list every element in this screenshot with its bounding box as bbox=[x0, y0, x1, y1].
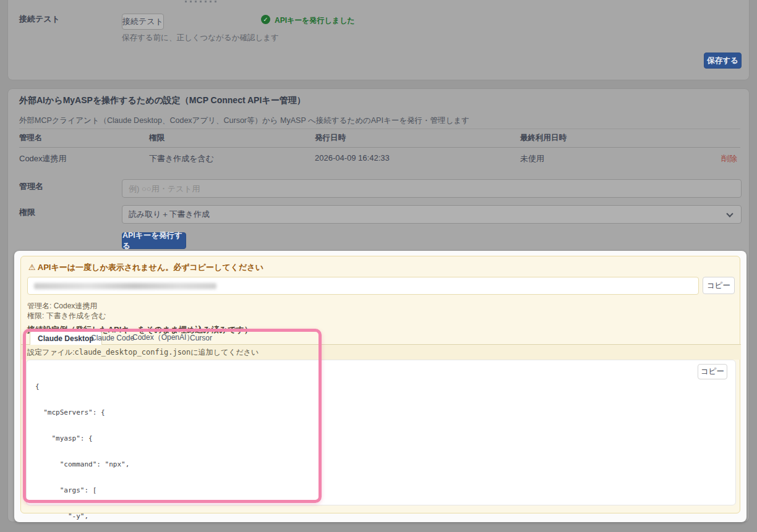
code-line: { bbox=[35, 382, 308, 391]
api-key-warning: ⚠ APIキーは一度しか表示されません。必ずコピーしてください bbox=[28, 262, 263, 273]
col-header-permission: 権限 bbox=[149, 133, 165, 143]
config-note-prefix: 設定ファイル: bbox=[27, 347, 74, 358]
spotlight-panel: ⚠ APIキーは一度しか表示されません。必ずコピーしてください コピー 管理名:… bbox=[14, 251, 746, 522]
api-key-field[interactable] bbox=[27, 277, 699, 295]
config-code: { "mcpServers": { "myasp": { "command": … bbox=[35, 365, 308, 532]
section-description: 外部MCPクライアント（Claude Desktop、Codexアプリ、Curs… bbox=[19, 116, 469, 126]
table-header-divider bbox=[19, 147, 740, 148]
row-last-used: 未使用 bbox=[520, 153, 544, 164]
connection-test-card: 接続テスト 接続テスト ✓ APIキーを発行しました 保存する前に、正しくつなが… bbox=[7, 0, 750, 80]
row-issued-at: 2026-04-09 16:42:33 bbox=[315, 153, 390, 163]
name-input[interactable] bbox=[122, 179, 742, 198]
col-header-name: 管理名 bbox=[19, 133, 43, 143]
issued-key-permission-line: 権限: 下書き作成を含む bbox=[27, 311, 106, 321]
api-key-notice-box: ⚠ APIキーは一度しか表示されません。必ずコピーしてください コピー 管理名:… bbox=[20, 256, 740, 513]
code-line: "-y", bbox=[35, 512, 308, 521]
code-line: "args": [ bbox=[35, 486, 308, 495]
permission-field-label: 権限 bbox=[19, 207, 35, 218]
row-name: Codex連携用 bbox=[19, 153, 67, 164]
api-key-issued-message: APIキーを発行しました bbox=[275, 15, 355, 26]
permission-select[interactable]: 読み取り＋下書き作成 bbox=[122, 205, 742, 224]
col-header-issued-at: 発行日時 bbox=[315, 133, 346, 143]
issued-key-name-line: 管理名: Codex連携用 bbox=[27, 301, 97, 311]
permission-select-value: 読み取り＋下書き作成 bbox=[129, 209, 210, 220]
col-header-last-used: 最終利用日時 bbox=[520, 133, 567, 143]
config-file-name: claude_desktop_config.json bbox=[74, 348, 190, 357]
connection-test-label: 接続テスト bbox=[19, 14, 60, 25]
code-line: "myasp": { bbox=[35, 434, 308, 443]
clipped-text-fragment bbox=[185, 1, 220, 2]
config-file-note: 設定ファイル: claude_desktop_config.json に追加して… bbox=[21, 345, 741, 360]
save-button[interactable]: 保存する bbox=[704, 53, 742, 69]
row-permission: 下書き作成を含む bbox=[149, 153, 214, 164]
check-icon: ✓ bbox=[261, 15, 270, 24]
code-line: "command": "npx", bbox=[35, 460, 308, 469]
copy-config-button[interactable]: コピー bbox=[698, 364, 727, 379]
table-top-border bbox=[19, 129, 740, 129]
issue-api-key-button[interactable]: APIキーを発行する bbox=[122, 232, 186, 249]
config-note-suffix: に追加してください bbox=[190, 347, 259, 358]
connection-test-hint: 保存する前に、正しくつながるか確認します bbox=[122, 33, 279, 43]
code-line: "mcpServers": { bbox=[35, 408, 308, 417]
client-tabbar: Claude Desktop Claude Code Codex（OpenAI）… bbox=[21, 331, 741, 345]
chevron-down-icon bbox=[726, 210, 733, 217]
connection-test-button[interactable]: 接続テスト bbox=[122, 14, 164, 30]
mcp-api-key-card: 外部AIからMyASPを操作するための設定（MCP Connect APIキー管… bbox=[7, 88, 750, 522]
config-code-panel: コピー { "mcpServers": { "myasp": { "comman… bbox=[26, 360, 736, 505]
name-field-label: 管理名 bbox=[19, 181, 43, 192]
tab-cursor[interactable]: Cursor bbox=[182, 331, 220, 344]
api-key-warning-text: APIキーは一度しか表示されません。必ずコピーしてください bbox=[38, 263, 263, 272]
section-title: 外部AIからMyASPを操作するための設定（MCP Connect APIキー管… bbox=[19, 95, 306, 106]
api-key-redacted-value bbox=[34, 283, 216, 289]
delete-link[interactable]: 削除 bbox=[721, 153, 737, 164]
warning-icon: ⚠ bbox=[28, 263, 36, 272]
copy-api-key-button[interactable]: コピー bbox=[703, 277, 735, 294]
